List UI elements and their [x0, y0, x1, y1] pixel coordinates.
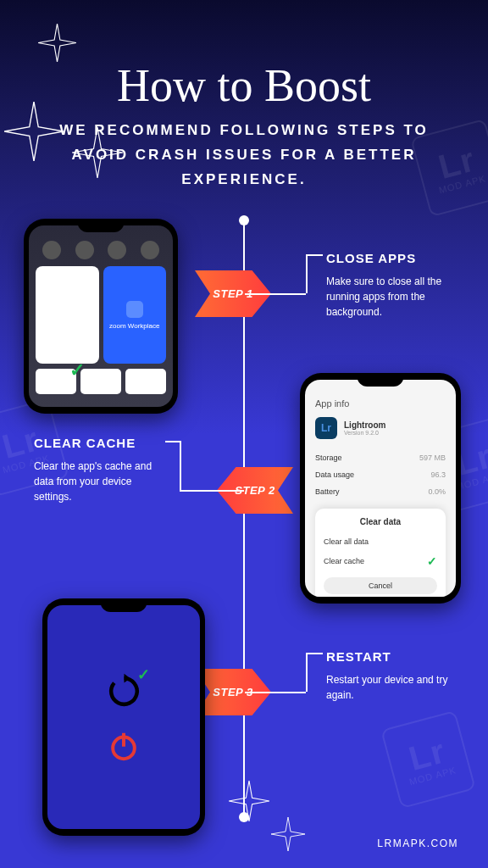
- phone-mockup-2: App info Lr Lightroom Version 9.2.0 Stor…: [300, 373, 461, 604]
- checkmark-icon: ✓: [69, 359, 85, 381]
- step-1-heading: CLOSE APPS: [326, 251, 470, 265]
- step-3-body: Restart your device and try again.: [326, 672, 470, 703]
- zoom-card-label: zoom Workplace: [109, 322, 159, 330]
- step-3-text: RESTART Restart your device and try agai…: [326, 649, 470, 703]
- connector: [180, 490, 244, 492]
- watermark: LrMOD APK: [380, 710, 476, 809]
- lightroom-icon: Lr: [315, 417, 337, 439]
- checkmark-icon: ✓: [427, 554, 437, 568]
- clear-cache-option: Clear cache✓: [324, 550, 437, 572]
- step-1-text: CLOSE APPS Make sure to close all the ru…: [326, 251, 470, 320]
- app-info-title: App info: [315, 398, 446, 409]
- connector: [306, 254, 308, 293]
- sparkle-icon: [271, 817, 305, 851]
- modal-title: Clear data: [324, 517, 437, 526]
- step-3-heading: RESTART: [326, 649, 470, 664]
- power-icon: [107, 729, 141, 763]
- cancel-button: Cancel: [324, 577, 437, 594]
- connector: [306, 653, 308, 692]
- checkmark-icon: ✓: [137, 665, 150, 684]
- clear-all-data-option: Clear all data: [324, 533, 437, 550]
- connector: [245, 692, 306, 693]
- step-2-heading: CLEAR CACHE: [34, 436, 169, 450]
- app-version: Version 9.2.0: [344, 430, 385, 436]
- phone-mockup-1: zoom Workplace ✓: [24, 219, 178, 414]
- step-1-body: Make sure to close all the running apps …: [326, 274, 470, 320]
- phone-mockup-3: ✓: [42, 598, 205, 836]
- page-title: How to Boost: [0, 0, 488, 112]
- sparkle-icon: [229, 781, 269, 821]
- footer-credit: LRMAPK.COM: [377, 837, 458, 849]
- connector: [180, 441, 181, 490]
- step-2-body: Clear the app's cache and data from your…: [34, 459, 169, 504]
- app-name: Lightroom: [344, 420, 385, 430]
- connector: [245, 293, 306, 295]
- restart-icon: ✓: [105, 672, 143, 710]
- connector: [306, 254, 323, 256]
- connector: [306, 653, 323, 654]
- step-2-text: CLEAR CACHE Clear the app's cache and da…: [34, 436, 169, 504]
